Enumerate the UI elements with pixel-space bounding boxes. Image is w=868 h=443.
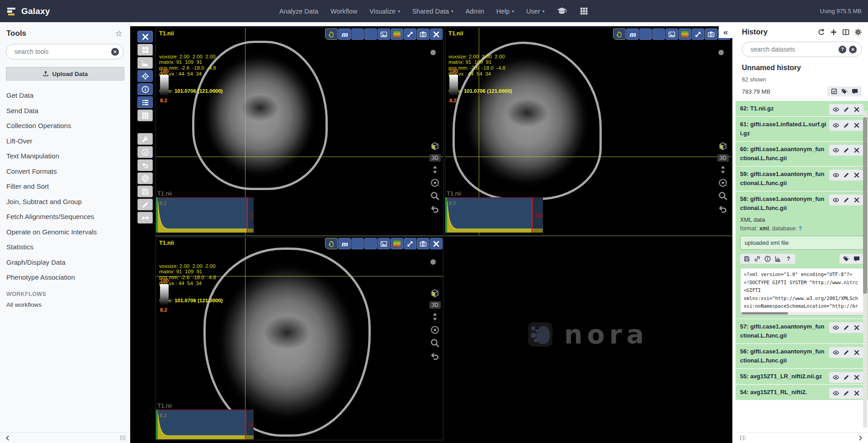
3d-badge[interactable]: 3D: [429, 301, 441, 309]
reset-undo-icon[interactable]: [430, 351, 440, 361]
reset-undo-icon[interactable]: [718, 204, 728, 214]
zoom-magnifier-icon[interactable]: [430, 191, 440, 201]
nav-item-shared-data[interactable]: Shared Data▾: [412, 8, 453, 15]
panel-handle-dot[interactable]: [430, 259, 436, 265]
panel-snapshot-image-button[interactable]: [377, 29, 390, 40]
dataset-title[interactable]: 54: avg152T1_RL_nifti2.: [740, 389, 807, 395]
viewer-tool-histogram-button[interactable]: [137, 57, 153, 69]
intensity-histogram[interactable]: T1.nii 8.2 180: [445, 190, 543, 234]
tool-category-send-data[interactable]: Send Data: [6, 103, 130, 119]
panel-pan-hand-button[interactable]: [325, 238, 338, 249]
panel-settings-gear-button[interactable]: [351, 29, 364, 40]
viewer-tool-crosshair-button[interactable]: [137, 70, 153, 82]
viewer-tool-swap-horizontal-button[interactable]: [137, 212, 153, 224]
resize-grip[interactable]: [740, 435, 745, 440]
panel-settings-gear-button[interactable]: [639, 29, 652, 40]
zoom-magnifier-icon[interactable]: [718, 191, 728, 201]
edit-pencil-icon[interactable]: [843, 390, 849, 396]
database-link[interactable]: ?: [798, 225, 802, 232]
panel-colormap-button[interactable]: [391, 238, 403, 249]
slice-updown-icon[interactable]: [430, 312, 440, 322]
tool-category-phenotype-association[interactable]: Phenotype Association: [6, 270, 130, 285]
intensity-colorbar[interactable]: [449, 75, 458, 96]
panel-cube-3d-button[interactable]: [364, 29, 377, 40]
viewer-tool-grid-button[interactable]: [137, 110, 153, 121]
galaxy-brand[interactable]: Galaxy: [0, 6, 50, 16]
panel-cube-3d-button[interactable]: [364, 238, 377, 249]
edit-pencil-icon[interactable]: [843, 349, 849, 356]
tool-search-input[interactable]: [14, 48, 111, 56]
panel-camera-button[interactable]: [705, 29, 717, 40]
collapse-panel-chevrons-icon[interactable]: «: [719, 26, 732, 38]
edit-pencil-icon[interactable]: [843, 122, 849, 129]
resize-grip[interactable]: [120, 435, 126, 440]
edit-pencil-icon[interactable]: [843, 197, 849, 203]
intensity-colorbar[interactable]: [160, 284, 169, 305]
panel-measure-button[interactable]: m: [338, 238, 351, 249]
display-eye-icon[interactable]: [833, 390, 839, 396]
display-eye-icon[interactable]: [833, 172, 839, 178]
nav-item-user[interactable]: User▾: [526, 8, 544, 15]
tool-category-text-manipulation[interactable]: Text Manipulation: [6, 148, 130, 164]
display-eye-icon[interactable]: [833, 106, 839, 113]
dataset-tags-icon[interactable]: [843, 256, 849, 262]
tool-category-fetch-alignments-sequences[interactable]: Fetch Alignments/Sequences: [6, 209, 130, 224]
dataset-info-icon[interactable]: [764, 256, 771, 262]
panel-fullscreen-expand-button[interactable]: [692, 29, 704, 40]
edit-pencil-icon[interactable]: [843, 172, 849, 178]
dataset-title[interactable]: 59: gifti.case1.aoantonym_functional.L.f…: [740, 171, 824, 186]
dataset-peek[interactable]: <?xml version="1.0" encoding="UTF-8"?><!…: [740, 268, 863, 315]
dataset-title[interactable]: 57: gifti.case1.aoantonym_functional.L.f…: [740, 323, 824, 339]
peek-horizontal-scrollbar[interactable]: [741, 312, 863, 315]
viewer-panel-coronal[interactable]: T1.nii m voxsize: 2.00 2.00 2.00matrix: …: [156, 28, 443, 236]
record-circle-dot-icon[interactable]: [430, 178, 440, 188]
visualize-chart-icon[interactable]: [775, 256, 781, 262]
nav-item-help[interactable]: Help▾: [496, 8, 514, 15]
history-dataset-card[interactable]: 60: gifti.case1.aoantonym_functional.L.f…: [736, 142, 868, 166]
viewer-tool-wrench-button[interactable]: [137, 133, 153, 145]
history-dataset-card[interactable]: 58: gifti.case1.aoantonym_functional.L.f…: [736, 191, 868, 319]
tool-category-graph-display-data[interactable]: Graph/Display Data: [6, 255, 130, 270]
delete-x-icon[interactable]: [854, 106, 860, 113]
viewer-tool-list-button[interactable]: [137, 96, 153, 108]
nav-item-admin[interactable]: Admin: [466, 8, 484, 15]
tool-category-filter-and-sort[interactable]: Filter and Sort: [6, 179, 130, 194]
intensity-colorbar[interactable]: [160, 75, 169, 96]
panel-fullscreen-expand-button[interactable]: [404, 29, 416, 40]
upload-data-button[interactable]: Upload Data: [6, 67, 124, 81]
3d-badge[interactable]: 3D: [429, 154, 441, 162]
panel-camera-button[interactable]: [417, 238, 429, 249]
delete-x-icon[interactable]: [854, 390, 860, 396]
tool-category-collection-operations[interactable]: Collection Operations: [6, 118, 130, 133]
panel-measure-button[interactable]: m: [626, 29, 639, 40]
nav-item-visualize[interactable]: Visualize▾: [369, 8, 400, 15]
tool-category-convert-formats[interactable]: Convert Formats: [6, 164, 130, 179]
panel-pan-hand-button[interactable]: [613, 29, 626, 40]
collapse-left-chevron-icon[interactable]: [5, 435, 11, 441]
delete-x-icon[interactable]: [854, 324, 860, 331]
usage-quota[interactable]: Using 975.5 MB: [820, 8, 862, 14]
reset-undo-icon[interactable]: [430, 204, 440, 214]
display-eye-icon[interactable]: [833, 122, 839, 129]
viewer-tool-save-button[interactable]: [137, 186, 153, 197]
delete-x-icon[interactable]: [854, 349, 860, 356]
record-circle-dot-icon[interactable]: [718, 178, 728, 188]
viewer-tool-undo-button[interactable]: [137, 159, 153, 171]
clear-dataset-search-icon[interactable]: ✕: [849, 46, 857, 53]
viewer-tool-close-button[interactable]: [137, 31, 153, 43]
history-annotation-comment-icon[interactable]: [852, 88, 858, 95]
tool-category-operate-on-genomic-intervals[interactable]: Operate on Genomic Intervals: [6, 224, 130, 240]
tool-category-join-subtract-and-group[interactable]: Join, Subtract and Group: [6, 194, 130, 210]
record-circle-dot-icon[interactable]: [430, 325, 440, 335]
history-dataset-card[interactable]: 55: avg152T1_LR_nifti2.nii.gz: [736, 369, 868, 384]
sidebar-item-all-workflows[interactable]: All workflows: [6, 301, 130, 308]
panel-fullscreen-expand-button[interactable]: [404, 238, 416, 249]
dataset-title[interactable]: 56: gifti.case1.aoantonym_functional.L.f…: [740, 348, 824, 364]
display-eye-icon[interactable]: [833, 349, 839, 356]
panel-settings-gear-button[interactable]: [351, 238, 364, 249]
viewer-tool-info-button[interactable]: [137, 83, 153, 95]
history-switch-columns-icon[interactable]: [842, 29, 849, 36]
delete-x-icon[interactable]: [854, 197, 860, 203]
dataset-search-input[interactable]: [750, 45, 839, 53]
panel-close-button[interactable]: [430, 29, 443, 40]
